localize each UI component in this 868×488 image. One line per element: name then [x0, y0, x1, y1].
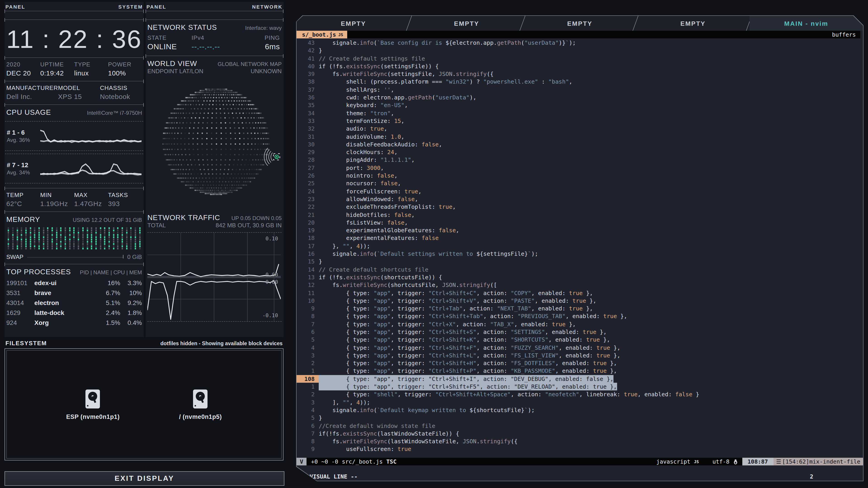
process-mem: 3.3%	[120, 279, 142, 287]
line-number: 25	[297, 180, 319, 188]
network-label: NETWORK	[252, 4, 283, 9]
js-icon: JS	[694, 459, 699, 464]
code-line: 6 { type: "app", trigger: "Ctrl+Shift+S"…	[297, 328, 863, 336]
hardware-stat-value: XPS 15	[58, 93, 100, 100]
code-text: forceFullscreen: true,	[319, 187, 422, 195]
linux-penguin-icon	[733, 459, 738, 464]
network-globe[interactable]	[146, 74, 283, 210]
code-text: ], "", 4));	[319, 398, 370, 406]
visual-selection: { type: "app", trigger: "Ctrl+Shift+F5",…	[319, 383, 617, 391]
filetype-label: javascript	[656, 458, 690, 465]
system-label: SYSTEM	[119, 4, 143, 9]
code-line: 33 termFontSize: 15,	[297, 117, 863, 125]
terminal-tab-empty-2[interactable]: EMPTY	[523, 16, 637, 31]
process-row[interactable]: 199101edex-ui16%3.3%	[4, 278, 144, 288]
terminal-tab-main[interactable]: MAIN - nvim	[749, 16, 863, 31]
cpu-group-label: # 1 - 6	[7, 129, 40, 136]
code-line: 2 { type: "app", trigger: "Ctrl+Shift+H"…	[297, 359, 863, 367]
hardware-stat-label: MODEL	[58, 85, 100, 91]
line-number: 31	[297, 133, 319, 140]
encoding-label: utf-8	[712, 458, 730, 465]
code-text: cwd: electron.app.getPath("userData"),	[319, 94, 476, 101]
cpu-usage-chart-2	[40, 157, 142, 180]
process-cpu: 1.5%	[98, 319, 120, 326]
code-line: 23 allowWindowed: false,	[297, 195, 863, 203]
code-text: { type: "app", trigger: "Ctrl+Shift+V", …	[319, 297, 596, 305]
panel-label: PANEL	[147, 4, 166, 9]
exit-display-button[interactable]: EXIT DISPLAY	[4, 471, 284, 486]
code-text: shell: (process.platform === "win32") ? …	[319, 78, 572, 86]
divider	[5, 212, 143, 212]
code-text: { type: "app", trigger: "Ctrl+Shift+F", …	[319, 344, 620, 352]
line-number: 35	[297, 101, 319, 109]
process-pid: 43014	[6, 299, 34, 306]
date-stat-value: 100%	[108, 69, 142, 77]
code-line: 34 theme: "tron",	[297, 109, 863, 117]
world-view-header: WORLD VIEW GLOBAL NETWORK MAP	[146, 56, 283, 68]
cpu-group-avg: Avg. 36%	[7, 137, 40, 143]
nvim-editor[interactable]: 43 signale.info(`Base config dir is ${el…	[297, 38, 863, 458]
line-number: 36	[297, 94, 319, 101]
code-text: fs.writeFileSync(shortcutsFile, JSON.str…	[319, 281, 497, 289]
code-line: 40if (!fs.existsSync(settingsFile)) {	[297, 62, 863, 70]
line-number: 108	[297, 375, 319, 383]
net-stat-0: STATEONLINE	[147, 34, 191, 52]
code-text: experimentalGlobeFeatures: false,	[319, 226, 459, 234]
hardware-stat-2: CHASSISNotebook	[100, 85, 142, 100]
filesystem-title: FILESYSTEM	[5, 340, 47, 347]
process-name: Xorg	[34, 319, 98, 326]
nvim-buffer-bar: s/_boot.js JS buffers	[297, 31, 860, 38]
memory-usage-text: USING 12.2 OUT OF 31 GiB	[73, 217, 142, 223]
cpu-model: Intel®Core™ i7-9750H	[87, 110, 142, 116]
buffer-chip[interactable]: s/_boot.js JS	[297, 31, 347, 38]
temp-stat-3: TASKS393	[108, 192, 142, 207]
code-line: 12 fs.writeFileSync(shortcutsFile, JSON.…	[297, 281, 863, 289]
code-line: 22 excludeThreadsFromToplist: true,	[297, 203, 863, 211]
mix-indent-icon: ☰	[776, 458, 781, 465]
process-row[interactable]: 1629latte-dock2.4%1.8%	[4, 308, 144, 318]
line-number: 19	[297, 226, 319, 234]
line-number: 26	[297, 172, 319, 180]
code-line: 4 signale.info(`Default keymap written t…	[297, 406, 863, 414]
process-row[interactable]: 43014electron5.1%9.2%	[4, 298, 144, 308]
terminal-tab-bar: EMPTYEMPTYEMPTYEMPTYMAIN - nvim	[297, 16, 863, 31]
line-number: 13	[297, 273, 319, 281]
code-line: 19 experimentalGlobeFeatures: false,	[297, 226, 863, 234]
disk-item-0[interactable]: ESP (nvme0n1p1)	[66, 389, 120, 420]
process-row[interactable]: 924Xorg1.5%0.4%	[4, 318, 144, 328]
line-number: 7	[297, 320, 319, 328]
code-line: 20 fsListView: false,	[297, 219, 863, 227]
code-text: }, "", 4));	[319, 242, 370, 250]
line-number: 28	[297, 156, 319, 164]
code-text: fs.writeFileSync(settingsFile, JSON.stri…	[319, 70, 494, 78]
code-text: hideDotfiles: false,	[319, 211, 415, 219]
code-text: { type: "app", trigger: "Ctrl+X", action…	[319, 320, 576, 328]
process-row[interactable]: 3531brave6.7%10%	[4, 288, 144, 298]
line-number: 24	[297, 187, 319, 195]
line-number: 21	[297, 211, 319, 219]
code-line: 8 { type: "app", trigger: "Ctrl+Shift+Ta…	[297, 313, 863, 320]
code-line: 15}	[297, 258, 863, 266]
code-line: 28 pingAddr: "1.1.1.1",	[297, 156, 863, 164]
code-text: { type: "app", trigger: "Ctrl+Shift+C", …	[319, 289, 593, 297]
divider	[5, 104, 143, 105]
network-status-title: NETWORK STATUS	[147, 24, 217, 32]
line-number: 5	[297, 336, 319, 344]
code-text: signale.info(`Default settings written t…	[319, 250, 538, 258]
terminal-tab-empty-0[interactable]: EMPTY	[297, 16, 410, 31]
code-line: 35 keyboard: "en-US",	[297, 101, 863, 109]
temp-stat-value: 62°C	[6, 200, 40, 207]
divider	[5, 81, 143, 81]
code-line: 31 audioVolume: 1.0,	[297, 133, 863, 140]
process-cpu: 6.7%	[98, 289, 120, 296]
temp-stat-0: TEMP62°C	[6, 192, 40, 207]
disk-label: ESP (nvme0n1p1)	[66, 413, 120, 420]
cpu-group-label: # 7 - 12	[7, 161, 40, 168]
terminal-tab-empty-3[interactable]: EMPTY	[636, 16, 750, 31]
line-number: 33	[297, 117, 319, 125]
terminal-tab-empty-1[interactable]: EMPTY	[410, 16, 524, 31]
line-number: 20	[297, 219, 319, 227]
disk-item-1[interactable]: / (nvme0n1p5)	[179, 389, 222, 420]
code-line: 1 { type: "app", trigger: "Ctrl+Shift+F5…	[297, 383, 863, 391]
filesystem-header: FILESYSTEM dotfiles hidden - Showing ava…	[4, 339, 283, 348]
